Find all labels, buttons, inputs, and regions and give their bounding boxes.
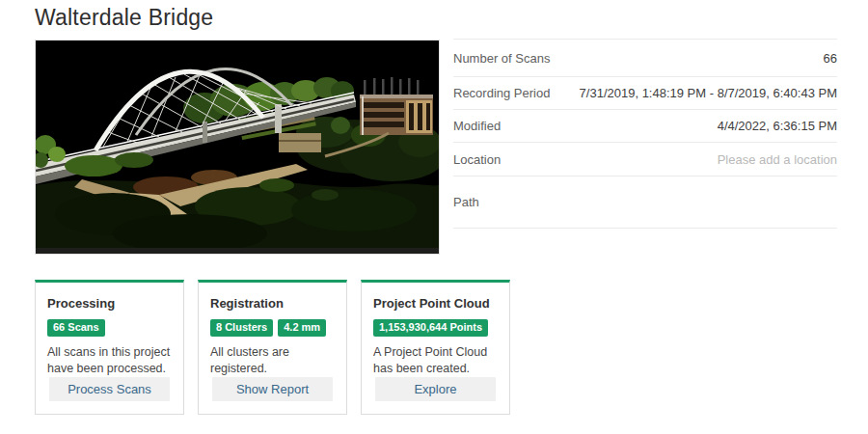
card-title: Project Point Cloud bbox=[373, 296, 498, 311]
detail-row-modified: Modified 4/4/2022, 6:36:15 PM bbox=[453, 109, 837, 142]
detail-label: Location bbox=[453, 152, 501, 167]
details-panel: Number of Scans 66 Recording Period 7/31… bbox=[453, 39, 837, 229]
detail-label: Path bbox=[453, 195, 479, 209]
card-status-text: A Project Point Cloud has been created. bbox=[373, 344, 498, 378]
location-value-field[interactable]: Please add a location bbox=[718, 152, 837, 167]
detail-row-path: Path bbox=[453, 176, 837, 229]
process-scans-button[interactable]: Process Scans bbox=[49, 377, 170, 401]
detail-label: Modified bbox=[453, 119, 501, 133]
registration-accuracy-badge: 4.2 mm bbox=[278, 319, 326, 337]
point-cloud-preview[interactable] bbox=[35, 40, 440, 255]
cluster-count-badge: 8 Clusters bbox=[210, 319, 273, 337]
card-title: Processing bbox=[47, 296, 172, 311]
card-status-text: All clusters are registered. bbox=[210, 344, 335, 378]
card-processing: Processing 66 Scans All scans in this pr… bbox=[35, 280, 184, 415]
card-title: Registration bbox=[210, 296, 335, 311]
detail-row-recording-period: Recording Period 7/31/2019, 1:48:19 PM -… bbox=[453, 76, 837, 109]
scan-count-badge: 66 Scans bbox=[47, 319, 105, 337]
detail-value: 7/31/2019, 1:48:19 PM - 8/7/2019, 6:40:4… bbox=[580, 86, 837, 100]
detail-row-location: Location Please add a location bbox=[453, 142, 837, 176]
card-project-point-cloud: Project Point Cloud 1,153,930,644 Points… bbox=[361, 280, 510, 415]
page-title: Walterdale Bridge bbox=[35, 5, 213, 31]
bridge-point-cloud-image bbox=[36, 41, 439, 254]
detail-row-number-of-scans: Number of Scans 66 bbox=[453, 39, 837, 76]
retaining-wall bbox=[279, 133, 321, 152]
card-status-text: All scans in this project have been proc… bbox=[47, 344, 172, 378]
detail-value: 66 bbox=[824, 51, 837, 66]
detail-label: Recording Period bbox=[453, 86, 550, 100]
show-report-button[interactable]: Show Report bbox=[212, 377, 333, 401]
detail-label: Number of Scans bbox=[453, 51, 550, 66]
point-count-badge: 1,153,930,644 Points bbox=[373, 319, 488, 337]
detail-value: 4/4/2022, 6:36:15 PM bbox=[718, 119, 837, 133]
card-registration: Registration 8 Clusters 4.2 mm All clust… bbox=[198, 280, 347, 415]
explore-button[interactable]: Explore bbox=[375, 377, 496, 401]
